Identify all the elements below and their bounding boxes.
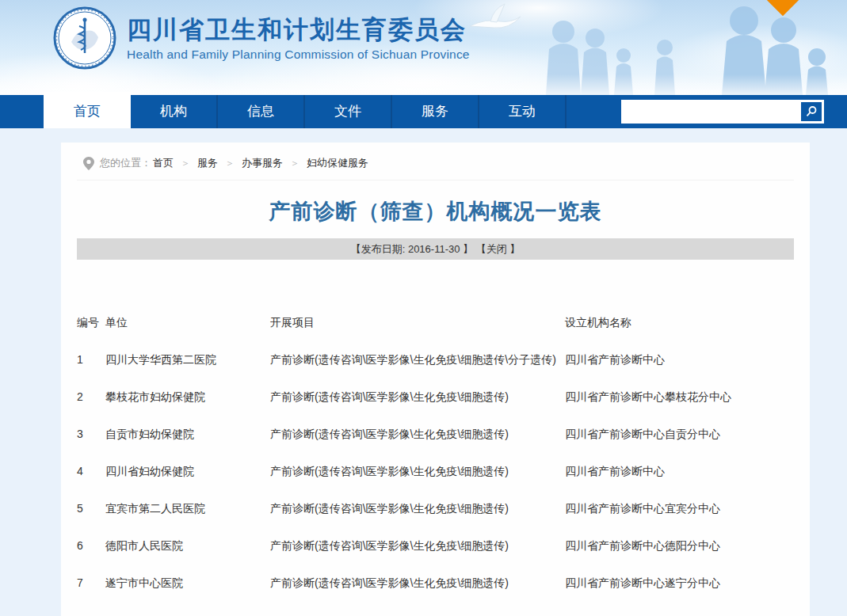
table-cell: 四川省产前诊断中心宜宾分中心 [565,490,794,527]
breadcrumb-prefix: 您的位置： [100,156,151,170]
content-panel: 您的位置： 首页＞服务＞办事服务＞妇幼保健服务 产前诊断（筛查）机构概况一览表 … [61,143,810,616]
breadcrumb-link[interactable]: 妇幼保健服务 [307,157,368,169]
table-cell: 产前诊断(遗传咨询\医学影像\生化免疫\细胞遗传) [270,490,565,527]
table-cell: 产前诊断(遗传咨询\医学影像\生化免疫\细胞遗传) [270,527,565,565]
institutions-table-wrap: 编号单位开展项目设立机构名称 1四川大学华西第二医院产前诊断(遗传咨询\医学影像… [77,304,794,602]
nav-tab[interactable]: 首页 [44,92,131,128]
table-cell: 3 [77,416,105,453]
table-cell: 产前诊断(遗传咨询\医学影像\生化免疫\细胞遗传) [270,453,565,490]
site-subtitle: Health and Family Planning Commission of… [127,48,470,62]
table-row: 6德阳市人民医院产前诊断(遗传咨询\医学影像\生化免疫\细胞遗传)四川省产前诊断… [77,527,794,565]
nav-tab[interactable]: 信息 [218,95,305,128]
table-cell: 四川大学华西第二医院 [105,341,270,378]
table-cell: 5 [77,490,105,527]
search-box [621,100,824,124]
table-cell: 6 [77,527,105,565]
table-cell: 四川省产前诊断中心德阳分中心 [565,527,794,565]
main-nav: 首页机构信息文件服务互动 [0,95,847,128]
breadcrumb-link[interactable]: 办事服务 [242,157,283,169]
site-logo [52,6,117,70]
table-cell: 4 [77,453,105,490]
table-cell: 攀枝花市妇幼保健院 [105,378,270,416]
table-cell: 自贡市妇幼保健院 [105,416,270,453]
table-row: 4四川省妇幼保健院产前诊断(遗传咨询\医学影像\生化免疫\细胞遗传)四川省产前诊… [77,453,794,490]
table-header-row: 编号单位开展项目设立机构名称 [77,304,794,341]
table-cell: 四川省产前诊断中心 [565,341,794,378]
search-button[interactable] [799,101,823,123]
table-cell: 产前诊断(遗传咨询\医学影像\生化免疫\细胞遗传) [270,378,565,416]
table-row: 7遂宁市中心医院产前诊断(遗传咨询\医学影像\生化免疫\细胞遗传)四川省产前诊断… [77,565,794,602]
table-cell: 四川省产前诊断中心自贡分中心 [565,416,794,453]
breadcrumb-separator: ＞ [225,158,235,169]
table-row: 5宜宾市第二人民医院产前诊断(遗传咨询\医学影像\生化免疫\细胞遗传)四川省产前… [77,490,794,527]
table-cell: 四川省妇幼保健院 [105,453,270,490]
search-icon [805,105,818,118]
institutions-table: 编号单位开展项目设立机构名称 1四川大学华西第二医院产前诊断(遗传咨询\医学影像… [77,304,794,602]
close-link[interactable]: 【关闭 】 [476,243,521,255]
article-meta-bar: 【发布日期: 2016-11-30 】 【关闭 】 [77,238,794,260]
site-header: 四川省卫生和计划生育委员会 Health and Family Planning… [0,0,847,95]
table-row: 2攀枝花市妇幼保健院产前诊断(遗传咨询\医学影像\生化免疫\细胞遗传)四川省产前… [77,378,794,416]
breadcrumb-link[interactable]: 服务 [197,157,218,169]
nav-tab[interactable]: 机构 [131,95,218,128]
location-pin-icon [83,157,94,170]
table-cell: 产前诊断(遗传咨询\医学影像\生化免疫\细胞遗传\分子遗传) [270,341,565,378]
table-cell: 产前诊断(遗传咨询\医学影像\生化免疫\细胞遗传) [270,565,565,602]
table-row: 1四川大学华西第二医院产前诊断(遗传咨询\医学影像\生化免疫\细胞遗传\分子遗传… [77,341,794,378]
breadcrumb-items: 首页＞服务＞办事服务＞妇幼保健服务 [151,156,370,170]
table-cell: 2 [77,378,105,416]
table-cell: 7 [77,565,105,602]
table-cell: 四川省产前诊断中心攀枝花分中心 [565,378,794,416]
breadcrumb-separator: ＞ [181,158,190,169]
page-title: 产前诊断（筛查）机构概况一览表 [77,197,794,226]
table-body: 1四川大学华西第二医院产前诊断(遗传咨询\医学影像\生化免疫\细胞遗传\分子遗传… [77,341,794,602]
search-input[interactable] [621,100,824,124]
breadcrumb-separator: ＞ [290,158,300,169]
table-column-header: 设立机构名称 [565,304,794,341]
breadcrumb-link[interactable]: 首页 [153,157,174,169]
dove-graphic [462,2,524,37]
nav-tab[interactable]: 服务 [392,95,479,128]
publish-date: 【发布日期: 2016-11-30 】 [351,243,473,255]
table-cell: 四川省产前诊断中心 [565,453,794,490]
site-title: 四川省卫生和计划生育委员会 [127,16,470,44]
table-row: 3自贡市妇幼保健院产前诊断(遗传咨询\医学影像\生化免疫\细胞遗传)四川省产前诊… [77,416,794,453]
table-column-header: 开展项目 [270,304,565,341]
breadcrumb: 您的位置： 首页＞服务＞办事服务＞妇幼保健服务 [77,143,794,181]
table-column-header: 编号 [77,304,105,341]
table-cell: 德阳市人民医院 [105,527,270,565]
table-cell: 四川省产前诊断中心遂宁分中心 [565,565,794,602]
table-cell: 1 [77,341,105,378]
page-background: 您的位置： 首页＞服务＞办事服务＞妇幼保健服务 产前诊断（筛查）机构概况一览表 … [0,128,847,616]
nav-tab[interactable]: 文件 [305,95,392,128]
table-cell: 遂宁市中心医院 [105,565,270,602]
table-cell: 产前诊断(遗传咨询\医学影像\生化免疫\细胞遗传) [270,416,565,453]
table-column-header: 单位 [105,304,270,341]
nav-tab[interactable]: 互动 [479,95,567,128]
table-cell: 宜宾市第二人民医院 [105,490,270,527]
